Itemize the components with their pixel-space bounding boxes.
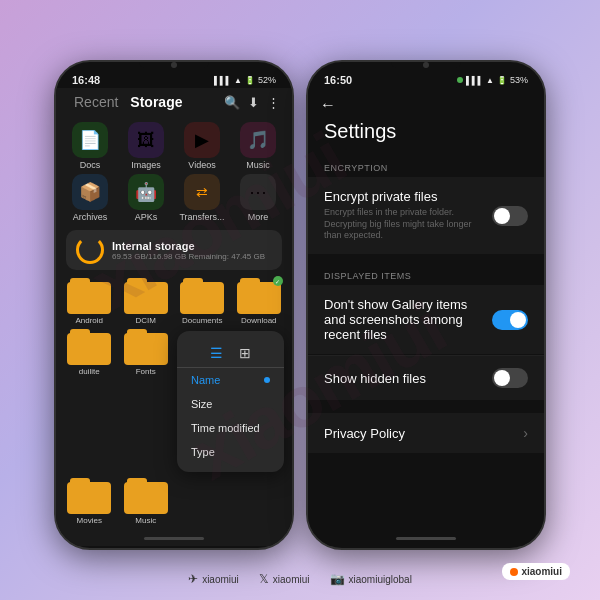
right-time: 16:50 — [324, 74, 352, 86]
wifi-icon: ▲ — [234, 76, 242, 85]
sort-time[interactable]: Time modified — [177, 416, 284, 440]
encrypt-files-content: Encrypt private files Encrypt files in t… — [324, 189, 492, 242]
sort-size[interactable]: Size — [177, 392, 284, 416]
folder-icon-download: ✓ — [237, 278, 281, 314]
displayed-items-label: DISPLAYED ITEMS — [308, 267, 544, 285]
privacy-policy-item[interactable]: Privacy Policy › — [308, 413, 544, 453]
videos-icon: ▶ — [195, 129, 209, 151]
cat-transfers[interactable]: ⇄ Transfers... — [176, 174, 228, 222]
search-icon[interactable]: 🔍 — [224, 95, 240, 110]
right-battery-icon: 🔋 — [497, 76, 507, 85]
cat-videos[interactable]: ▶ Videos — [176, 122, 228, 170]
folder-documents[interactable]: Documents — [177, 278, 228, 325]
tab-storage[interactable]: Storage — [124, 92, 188, 112]
category-grid: 📄 Docs 🖼 Images ▶ Videos — [56, 116, 292, 226]
encryption-section: ENCRYPTION Encrypt private files Encrypt… — [308, 159, 544, 254]
settings-title-container: Settings — [308, 118, 544, 153]
hidden-files-toggle-knob — [494, 370, 510, 386]
hidden-files-item[interactable]: Show hidden files — [308, 356, 544, 400]
instagram-icon: 📷 — [330, 572, 345, 586]
folder-movies[interactable]: Movies — [64, 478, 115, 525]
encrypt-files-item[interactable]: Encrypt private files Encrypt files in t… — [308, 177, 544, 254]
left-time: 16:48 — [72, 74, 100, 86]
folder-icon-android — [67, 278, 111, 314]
folder-android[interactable]: Android — [64, 278, 115, 325]
download-badge: ✓ — [273, 276, 283, 286]
right-status-bar: 16:50 ▌▌▌ ▲ 🔋 53% — [308, 68, 544, 88]
battery-icon: 🔋 — [245, 76, 255, 85]
settings-title: Settings — [324, 120, 396, 142]
back-button[interactable]: ← — [320, 96, 336, 114]
gallery-toggle-knob — [510, 312, 526, 328]
gallery-toggle[interactable] — [492, 310, 528, 330]
cat-images[interactable]: 🖼 Images — [120, 122, 172, 170]
tab-recent[interactable]: Recent — [68, 92, 124, 112]
folder-download[interactable]: ✓ Download — [234, 278, 285, 325]
transfers-label: Transfers... — [179, 212, 224, 222]
folder-duilite[interactable]: duilite — [64, 329, 115, 472]
archives-icon: 📦 — [79, 181, 101, 203]
encrypt-files-title: Encrypt private files — [324, 189, 484, 204]
cat-more[interactable]: ⋯ More — [232, 174, 284, 222]
music-label: Music — [246, 160, 270, 170]
privacy-section: Privacy Policy › — [308, 413, 544, 453]
sort-name-dot — [264, 377, 270, 383]
battery-percent: 52% — [258, 75, 276, 85]
displayed-items-section: DISPLAYED ITEMS Don't show Gallery items… — [308, 267, 544, 400]
folder-fonts[interactable]: Fonts — [121, 329, 172, 472]
settings-divider-1 — [308, 255, 544, 261]
hidden-files-title: Show hidden files — [324, 371, 484, 386]
folder-label-fonts: Fonts — [136, 367, 156, 376]
encrypt-toggle-knob — [494, 208, 510, 224]
download-icon[interactable]: ⬇ — [248, 95, 259, 110]
videos-label: Videos — [188, 160, 215, 170]
folder-grid-row2: duilite Fonts ☰ ⊞ — [64, 329, 284, 472]
xiaomiui-badge: xiaomiui — [502, 563, 570, 580]
green-dot — [457, 77, 463, 83]
archives-label: Archives — [73, 212, 108, 222]
sort-type-label: Type — [191, 446, 215, 458]
folder-icon-dcim — [124, 278, 168, 314]
folder-label-download: Download — [241, 316, 277, 325]
more-icon[interactable]: ⋮ — [267, 95, 280, 110]
badge-dot — [510, 568, 518, 576]
cat-music[interactable]: 🎵 Music — [232, 122, 284, 170]
left-content: Recent Storage 🔍 ⬇ ⋮ 📄 Docs — [56, 88, 292, 546]
folder-music-2[interactable]: Music — [121, 478, 172, 525]
sort-popup: ☰ ⊞ Name Size Time modified — [177, 331, 284, 472]
transfers-icon: ⇄ — [196, 184, 208, 200]
top-tabs: Recent Storage 🔍 ⬇ ⋮ — [56, 88, 292, 116]
sort-type[interactable]: Type — [177, 440, 284, 464]
sort-view-header: ☰ ⊞ — [177, 339, 284, 368]
list-view-icon[interactable]: ☰ — [206, 343, 227, 363]
gallery-toggle-content: Don't show Gallery items and screenshots… — [324, 297, 492, 342]
folder-icon-documents — [180, 278, 224, 314]
right-battery-percent: 53% — [510, 75, 528, 85]
storage-bar: Internal storage 69.53 GB/116.98 GB Rema… — [66, 230, 282, 270]
folder-label-documents: Documents — [182, 316, 222, 325]
encrypt-toggle[interactable] — [492, 206, 528, 226]
social-telegram: ✈ xiaomiui — [188, 572, 239, 586]
left-status-bar: 16:48 ▌▌▌ ▲ 🔋 52% — [56, 68, 292, 88]
cat-archives[interactable]: 📦 Archives — [64, 174, 116, 222]
right-phone: 16:50 ▌▌▌ ▲ 🔋 53% ← Settings ENCRYPTION — [306, 60, 546, 550]
cat-docs[interactable]: 📄 Docs — [64, 122, 116, 170]
folder-placeholder-1 — [177, 478, 228, 525]
grid-view-icon[interactable]: ⊞ — [235, 343, 255, 363]
cat-apks[interactable]: 🤖 APKs — [120, 174, 172, 222]
gallery-toggle-title: Don't show Gallery items and screenshots… — [324, 297, 484, 342]
images-icon: 🖼 — [137, 130, 155, 151]
hidden-files-toggle[interactable] — [492, 368, 528, 388]
gallery-toggle-item[interactable]: Don't show Gallery items and screenshots… — [308, 285, 544, 354]
encrypt-files-desc: Encrypt files in the private folder. Dec… — [324, 207, 484, 242]
sort-name[interactable]: Name — [177, 368, 284, 392]
sort-time-label: Time modified — [191, 422, 260, 434]
more-label: More — [248, 212, 269, 222]
privacy-policy-content: Privacy Policy — [324, 426, 523, 441]
apks-icon: 🤖 — [135, 181, 157, 203]
folder-icon-movies — [67, 478, 111, 514]
hidden-files-content: Show hidden files — [324, 371, 492, 386]
right-signal-icon: ▌▌▌ — [466, 76, 483, 85]
folder-dcim[interactable]: DCIM — [121, 278, 172, 325]
social-twitter: 𝕏 xiaomiui — [259, 572, 310, 586]
